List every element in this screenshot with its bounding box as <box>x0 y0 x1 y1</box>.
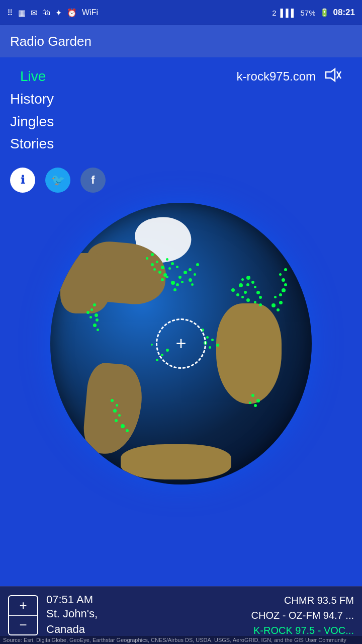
status-bar: ⠿ ▦ ✉ 🛍 ✦ ⏰ WiFi 2 ▌▌▌ 57% 🔋 08:21 <box>0 0 362 25</box>
network-type: 2 <box>272 9 276 17</box>
nav-item-live[interactable]: Live <box>20 65 46 88</box>
status-icons-left: ⠿ ▦ ✉ 🛍 ✦ ⏰ WiFi <box>7 8 98 18</box>
time-display: 08:21 <box>333 8 355 18</box>
bottom-info: 07:51 AM St. John's, Canada <box>46 593 243 637</box>
battery-percent: 57% <box>300 9 315 17</box>
zoom-out-button[interactable]: − <box>9 616 37 635</box>
globe[interactable]: + <box>50 203 312 485</box>
nav-menu: Live k-rock975.com History Jingles Stori… <box>0 57 362 160</box>
live-right: k-rock975.com <box>237 67 342 86</box>
wifi-icon: WiFi <box>82 8 98 17</box>
zoom-controls: + − <box>8 595 38 635</box>
clock-icon: ⏰ <box>67 8 77 18</box>
mail-icon: ✉ <box>31 8 37 18</box>
bluetooth-icon: ✦ <box>55 8 62 18</box>
status-icons-right: 2 ▌▌▌ 57% 🔋 08:21 <box>272 8 355 18</box>
station-1[interactable]: CHMR 93.5 FM <box>251 593 354 608</box>
facebook-social-icon[interactable]: f <box>80 168 106 193</box>
bag-icon: 🛍 <box>42 8 50 17</box>
live-row: Live k-rock975.com <box>10 65 352 88</box>
bottom-stations: CHMR 93.5 FM CHOZ - OZ-FM 94.7 ... K-ROC… <box>251 593 354 638</box>
nav-item-history[interactable]: History <box>10 88 352 111</box>
bottom-bar: + − 07:51 AM St. John's, Canada CHMR 93.… <box>0 586 362 644</box>
nav-item-stories[interactable]: Stories <box>10 133 352 155</box>
image-icon: ▦ <box>18 8 26 18</box>
location-line1: St. John's, <box>46 607 98 620</box>
zoom-in-button[interactable]: + <box>9 596 37 615</box>
twitter-social-icon[interactable]: 🐦 <box>45 168 70 193</box>
globe-container[interactable]: + <box>0 198 362 495</box>
station-2[interactable]: CHOZ - OZ-FM 94.7 ... <box>251 608 354 623</box>
info-label: ℹ <box>21 174 25 187</box>
station-url[interactable]: k-rock975.com <box>237 69 316 84</box>
crosshair-plus: + <box>175 333 186 354</box>
app-bar: Radio Garden <box>0 25 362 57</box>
social-row: ℹ 🐦 f <box>0 160 362 198</box>
location-line2: Canada <box>46 623 85 635</box>
svg-marker-0 <box>326 69 335 81</box>
volume-icon[interactable] <box>324 67 342 86</box>
attribution: Source: Esri, DigitalGlobe, GeoEye, Eart… <box>0 636 362 644</box>
grid-icon: ⠿ <box>7 8 13 18</box>
crosshair: + <box>156 318 206 369</box>
bottom-location: St. John's, Canada <box>46 606 243 637</box>
battery-icon: 🔋 <box>320 8 329 17</box>
info-social-icon[interactable]: ℹ <box>10 168 35 193</box>
twitter-label: 🐦 <box>51 174 65 187</box>
facebook-label: f <box>91 174 95 187</box>
attribution-text: Source: Esri, DigitalGlobe, GeoEye, Eart… <box>3 637 346 643</box>
nav-item-jingles[interactable]: Jingles <box>10 111 352 133</box>
app-title: Radio Garden <box>10 34 92 49</box>
bottom-time: 07:51 AM <box>46 593 243 606</box>
signal-bars: ▌▌▌ <box>281 9 297 17</box>
